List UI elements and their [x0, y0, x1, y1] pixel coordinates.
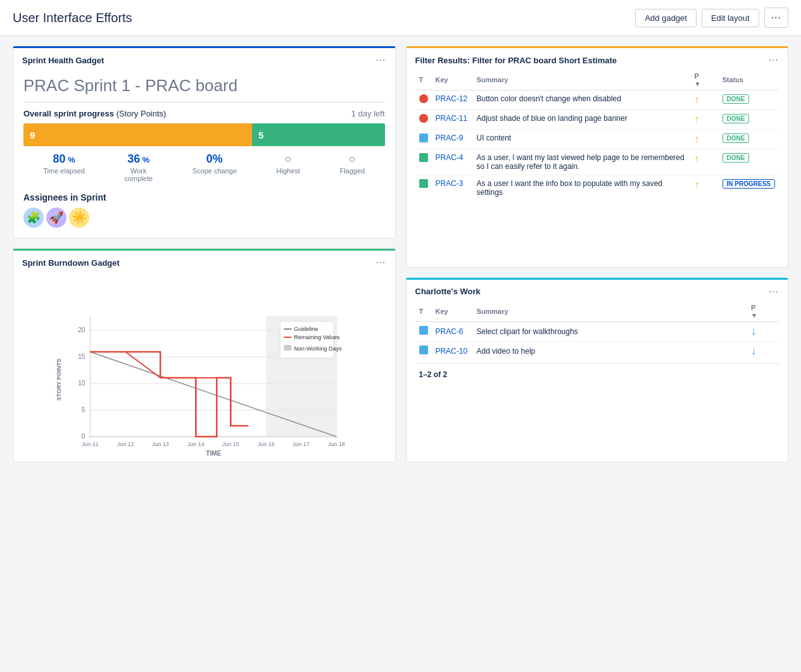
- col-status: DONE: [719, 110, 779, 130]
- progress-label: Overall sprint progress (Story Points): [23, 109, 166, 118]
- avatar-3: ☀️: [69, 208, 89, 228]
- assignees-label: Assignees in Sprint: [23, 192, 385, 202]
- task-icon: [419, 326, 428, 335]
- col-v: [766, 321, 779, 341]
- filter-scroll[interactable]: T Key Summary P ▼ Status PRAC-12 Button …: [415, 70, 779, 201]
- sprint-name: PRAC Sprint 1 - PRAC board: [23, 76, 385, 96]
- col-type: [415, 321, 432, 341]
- remaining-values-line: [90, 352, 248, 437]
- svg-text:Jun 13: Jun 13: [152, 441, 169, 447]
- progress-todo: 9: [23, 123, 252, 146]
- col-summary: Select clipart for walkthroughs: [473, 321, 748, 341]
- charlotte-col-summary: Summary: [473, 301, 748, 322]
- header-actions: Add gadget Edit layout ···: [635, 8, 788, 28]
- filter-table-row: PRAC-12 Button color doesn't change when…: [415, 90, 779, 110]
- filter-table-row: PRAC-3 As a user I want the info box to …: [415, 175, 779, 201]
- col-header-v: [706, 70, 719, 90]
- charlotte-gadget: Charlotte's Work ··· T Key Summary P ▼: [406, 278, 789, 463]
- svg-text:10: 10: [78, 380, 85, 387]
- col-priority: ↑: [691, 90, 706, 110]
- col-key: PRAC-10: [432, 341, 473, 361]
- progress-done: 5: [252, 123, 384, 146]
- col-summary: As a user, I want my last viewed help pa…: [473, 149, 691, 175]
- svg-text:TIME: TIME: [206, 450, 221, 456]
- col-type: [415, 175, 432, 201]
- col-type: [415, 110, 432, 130]
- col-priority: ↓: [747, 341, 766, 361]
- avatar-2: 🚀: [46, 208, 66, 228]
- svg-text:Remaining Values: Remaining Values: [294, 334, 340, 340]
- svg-text:Jun 18: Jun 18: [328, 441, 345, 447]
- page-header: User Interface Efforts Add gadget Edit l…: [0, 0, 801, 36]
- charlotte-menu[interactable]: ···: [769, 286, 779, 297]
- col-v: [706, 90, 719, 110]
- svg-text:20: 20: [78, 327, 85, 333]
- svg-text:Jun 14: Jun 14: [187, 441, 205, 447]
- col-header-status: Status: [719, 70, 779, 90]
- add-gadget-button[interactable]: Add gadget: [635, 9, 697, 27]
- charlotte-header: Charlotte's Work ···: [407, 280, 788, 301]
- stat-work-complete: 36 % Workcomplete: [124, 152, 153, 182]
- task-icon: [419, 345, 428, 354]
- burndown-menu[interactable]: ···: [375, 257, 386, 268]
- stat-scope-change: 0% Scope change: [192, 152, 237, 182]
- filter-results-menu[interactable]: ···: [769, 54, 779, 66]
- col-type: [415, 341, 432, 361]
- charlotte-table-row: PRAC-10 Add video to help ↓: [415, 341, 779, 361]
- stat-flagged: ○ Flagged: [339, 152, 365, 182]
- svg-text:Jun 15: Jun 15: [222, 441, 239, 447]
- sprint-health-header: Sprint Health Gadget ···: [13, 48, 395, 70]
- burndown-gadget: Sprint Burndown Gadget ··· STORY POINTS: [13, 249, 396, 463]
- page-title: User Interface Efforts: [13, 11, 132, 25]
- col-status: DONE: [719, 130, 779, 149]
- filter-table-row: PRAC-9 UI content ↑ DONE: [415, 130, 779, 149]
- col-key: PRAC-11: [432, 110, 473, 130]
- svg-text:Jun 12: Jun 12: [117, 441, 134, 447]
- svg-text:0: 0: [82, 433, 85, 440]
- col-summary: UI content: [473, 130, 691, 149]
- col-v: [706, 130, 719, 149]
- filter-tbody: PRAC-12 Button color doesn't change when…: [415, 90, 779, 201]
- col-header-summary: Summary: [473, 70, 691, 90]
- col-v: [706, 110, 719, 130]
- burndown-title: Sprint Burndown Gadget: [22, 258, 120, 268]
- edit-layout-button[interactable]: Edit layout: [702, 9, 759, 27]
- sprint-health-menu[interactable]: ···: [375, 54, 386, 66]
- svg-text:5: 5: [82, 406, 85, 413]
- pagination: 1–2 of 2: [415, 363, 779, 382]
- filter-results-gadget: Filter Results: Filter for PRAC board Sh…: [406, 46, 789, 268]
- charlotte-tbody: PRAC-6 Select clipart for walkthroughs ↓…: [415, 321, 779, 361]
- charlotte-col-p[interactable]: P ▼: [747, 301, 766, 322]
- col-priority: ↑: [691, 175, 706, 201]
- burndown-header: Sprint Burndown Gadget ···: [13, 251, 395, 272]
- col-key: PRAC-9: [432, 130, 473, 149]
- col-key: PRAC-3: [432, 175, 473, 201]
- col-key: PRAC-4: [432, 149, 473, 175]
- col-priority: ↑: [691, 130, 706, 149]
- col-summary: Adjust shade of blue on landing page ban…: [473, 110, 691, 130]
- col-v: [706, 175, 719, 201]
- charlotte-table: T Key Summary P ▼ PRAC-6 Select clipart …: [415, 301, 779, 361]
- stat-highest: ○ Highest: [277, 152, 300, 182]
- right-column: Filter Results: Filter for PRAC board Sh…: [406, 46, 789, 463]
- charlotte-table-row: PRAC-6 Select clipart for walkthroughs ↓: [415, 321, 779, 341]
- chart-container: STORY POINTS 0: [20, 278, 389, 456]
- days-left: 1 day left: [351, 109, 385, 118]
- bug-icon: [419, 114, 428, 123]
- avatars: 🧩 🚀 ☀️: [23, 208, 385, 228]
- col-summary: As a user I want the info box to populat…: [473, 175, 691, 201]
- col-header-p[interactable]: P ▼: [691, 70, 706, 90]
- col-type: [415, 149, 432, 175]
- dashboard: Sprint Health Gadget ··· PRAC Sprint 1 -…: [0, 36, 801, 473]
- col-priority: ↑: [691, 149, 706, 175]
- col-type: [415, 90, 432, 110]
- filter-table: T Key Summary P ▼ Status PRAC-12 Button …: [415, 70, 779, 201]
- charlotte-col-t: T: [415, 301, 432, 322]
- sprint-progress-header: Overall sprint progress (Story Points) 1…: [23, 109, 385, 118]
- sprint-health-body: PRAC Sprint 1 - PRAC board Overall sprin…: [13, 70, 395, 238]
- col-key: PRAC-6: [432, 321, 473, 341]
- svg-text:Jun 16: Jun 16: [258, 441, 275, 447]
- filter-table-row: PRAC-4 As a user, I want my last viewed …: [415, 149, 779, 175]
- charlotte-col-key: Key: [432, 301, 473, 322]
- more-options-button[interactable]: ···: [764, 8, 788, 28]
